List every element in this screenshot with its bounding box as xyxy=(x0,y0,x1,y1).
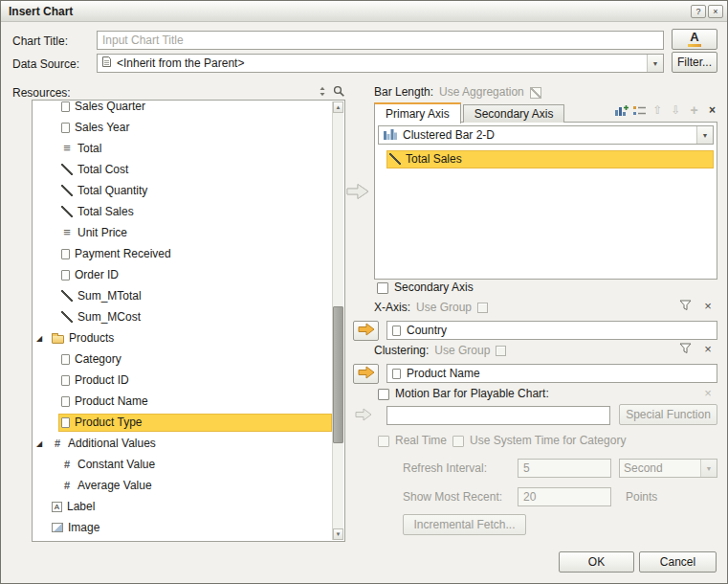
move-down-icon[interactable]: ⇩ xyxy=(669,103,683,117)
move-up-icon[interactable]: ⇧ xyxy=(651,103,665,117)
tab-secondary-axis[interactable]: Secondary Axis xyxy=(463,104,565,123)
tree-scrollbar[interactable]: ▲ ▼ xyxy=(332,101,343,540)
tree-item[interactable]: ≡Total xyxy=(33,138,332,159)
tree-item[interactable]: Category xyxy=(33,348,332,370)
chart-title-input[interactable] xyxy=(97,31,664,50)
tree-item[interactable]: Payment Received xyxy=(33,243,332,264)
real-time-checkbox[interactable] xyxy=(378,436,389,447)
refresh-interval-input[interactable] xyxy=(518,459,611,478)
secondary-axis-checkbox[interactable] xyxy=(377,282,388,294)
x-axis-filter-icon[interactable] xyxy=(679,300,692,314)
tree-item-content: #Additional Values xyxy=(49,435,332,453)
bar-length-label: Bar Length: xyxy=(374,85,433,100)
tree-item[interactable]: #Average Value xyxy=(33,475,332,496)
refresh-unit-dropdown[interactable]: Second ▼ xyxy=(619,459,717,478)
incremental-fetch-button[interactable]: Incremental Fetch... xyxy=(403,514,526,535)
assign-bar-length-button[interactable] xyxy=(346,183,369,203)
tree-item[interactable]: Total Quantity xyxy=(33,180,332,201)
series-settings-icon[interactable] xyxy=(632,103,647,117)
tree-item[interactable]: Order ID xyxy=(33,264,332,285)
chart-type-dropdown[interactable]: Clustered Bar 2-D ▼ xyxy=(378,125,714,145)
clustering-field[interactable]: Product Name xyxy=(386,364,717,383)
tree-item[interactable]: Sales Year xyxy=(33,117,332,138)
tree-item-label: Total Cost xyxy=(77,163,128,176)
series-item[interactable]: Total Sales xyxy=(378,149,714,168)
image-icon xyxy=(52,523,63,532)
show-most-recent-input[interactable] xyxy=(518,487,611,506)
motion-bar-remove-icon[interactable]: × xyxy=(701,387,715,400)
clustering-field-value: Product Name xyxy=(407,367,480,380)
tree-item[interactable]: Product Name xyxy=(33,391,332,412)
help-icon[interactable]: ? xyxy=(691,5,706,18)
tree-item[interactable]: Sales Quarter xyxy=(33,101,332,117)
show-most-recent-label: Show Most Recent: xyxy=(403,490,502,505)
tree-item[interactable]: Image xyxy=(33,517,332,538)
motion-bar-checkbox[interactable] xyxy=(378,389,389,400)
tree-expander-icon[interactable]: ◢ xyxy=(36,334,49,343)
sort-icon[interactable] xyxy=(317,85,329,101)
tree-item[interactable]: ◢#Additional Values xyxy=(33,433,332,454)
tree-item-label: Constant Value xyxy=(77,458,155,471)
dropdown-arrow-icon[interactable]: ▼ xyxy=(647,55,663,72)
field-icon xyxy=(61,417,70,428)
tree-item-content: Total Sales xyxy=(58,203,332,221)
dialog-titlebar[interactable]: Insert Chart ? × xyxy=(1,1,727,22)
tree-item-label: Sum_MCost xyxy=(77,310,141,324)
series-item-highlight: Total Sales xyxy=(386,150,714,168)
tree-item-content: Category xyxy=(58,350,332,369)
field-icon xyxy=(61,249,70,259)
tree-item[interactable]: #Constant Value xyxy=(33,454,332,475)
tree-item-content: ALabel xyxy=(49,498,332,516)
close-icon[interactable]: × xyxy=(708,5,723,18)
refresh-interval-label: Refresh Interval: xyxy=(403,461,487,476)
tree-item-content: Sales Year xyxy=(58,119,332,137)
data-source-value: <Inherit from the Parent> xyxy=(117,56,642,70)
system-time-checkbox[interactable] xyxy=(452,436,464,447)
field-icon xyxy=(61,396,70,407)
tree-item[interactable]: Sum_MCost xyxy=(33,306,332,327)
inherit-source-icon xyxy=(101,56,112,71)
tree-expander-icon[interactable]: ◢ xyxy=(36,439,49,448)
use-group-icon xyxy=(496,346,506,356)
tree-item[interactable]: Total Cost xyxy=(33,159,332,180)
data-source-label: Data Source: xyxy=(12,57,79,72)
tab-primary-axis[interactable]: Primary Axis xyxy=(374,102,461,124)
clustering-remove-icon[interactable]: × xyxy=(701,343,715,356)
x-axis-remove-icon[interactable]: × xyxy=(701,300,715,313)
tree-item[interactable]: ◢Products xyxy=(33,327,332,348)
tree-item-content: Sales Quarter xyxy=(58,101,332,116)
tree-item[interactable]: Total Sales xyxy=(33,201,332,222)
dropdown-arrow-icon[interactable]: ▼ xyxy=(700,460,717,477)
x-axis-field[interactable]: Country xyxy=(386,321,717,340)
motion-bar-row: Motion Bar for Playable Chart: xyxy=(378,387,549,401)
scroll-up-icon[interactable]: ▲ xyxy=(333,101,343,113)
assign-motion-bar-button[interactable] xyxy=(355,408,372,424)
tree-item[interactable]: ≡Unit Price xyxy=(33,222,332,243)
filter-button[interactable]: Filter... xyxy=(672,52,717,73)
assign-clustering-button[interactable] xyxy=(353,364,379,384)
tree-item-content: #Constant Value xyxy=(58,456,332,474)
search-icon[interactable] xyxy=(333,85,345,101)
tree-item[interactable]: Product Type xyxy=(33,412,332,433)
tree-item-label: Product Name xyxy=(75,394,148,408)
scroll-down-icon[interactable]: ▼ xyxy=(333,528,343,540)
tree-item[interactable]: Sum_MTotal xyxy=(33,285,332,306)
chart-type-dropdown-arrow-icon[interactable]: ▼ xyxy=(696,126,713,144)
field-icon xyxy=(392,326,401,336)
motion-bar-input[interactable] xyxy=(386,406,610,425)
tree-item-content: Image xyxy=(49,519,332,537)
data-source-dropdown[interactable]: <Inherit from the Parent> ▼ xyxy=(97,54,664,73)
tree-item-content: Total Cost xyxy=(58,161,332,179)
tree-item[interactable]: Product ID xyxy=(33,370,332,391)
scrollbar-thumb[interactable] xyxy=(333,306,343,443)
remove-icon[interactable]: × xyxy=(705,103,719,117)
assign-x-axis-button[interactable] xyxy=(353,321,379,341)
cancel-button[interactable]: Cancel xyxy=(639,551,717,573)
special-function-button[interactable]: Special Function xyxy=(619,404,717,425)
ok-button[interactable]: OK xyxy=(559,551,634,573)
clustering-filter-icon[interactable] xyxy=(679,343,692,357)
add-series-icon[interactable] xyxy=(614,103,629,117)
add-icon[interactable]: + xyxy=(687,103,701,117)
tree-item[interactable]: ALabel xyxy=(33,496,332,517)
font-style-button[interactable]: A xyxy=(672,29,717,50)
